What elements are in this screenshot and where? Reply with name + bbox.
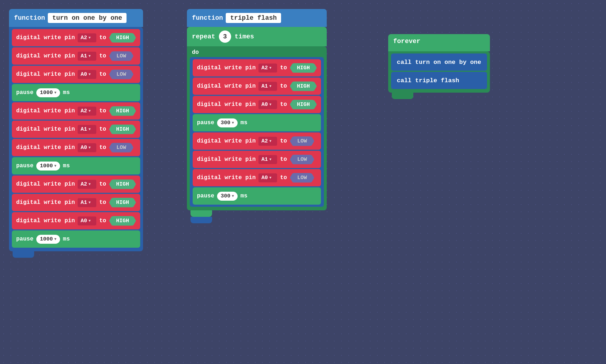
pause-tf-val-1[interactable]: 300 ▼	[217, 118, 238, 127]
call-block-2[interactable]: call triple flash	[391, 72, 487, 89]
call-block-1[interactable]: call turn on one by one	[391, 53, 487, 71]
repeat-inner: digital write pin A2 ▼ to HIGH digital w…	[190, 57, 324, 207]
pause-val-1[interactable]: 1000 ▼	[36, 88, 60, 97]
pin-A2-7[interactable]: A2 ▼	[78, 180, 96, 189]
function2-header[interactable]: function triple flash	[187, 9, 327, 27]
dropdown-arrow: ▼	[54, 164, 56, 168]
val-tf-l6[interactable]: LOW	[290, 173, 314, 183]
pause-val-2[interactable]: 1000 ▼	[36, 162, 60, 171]
dw-tf-1[interactable]: digital write pin A2 ▼ to HIGH	[193, 59, 321, 76]
function1-group: function turn on one by one digital writ…	[9, 9, 143, 258]
pause-block-1[interactable]: pause 1000 ▼ ms	[12, 84, 140, 101]
val-high-8[interactable]: HIGH	[109, 198, 136, 207]
val-high-9[interactable]: HIGH	[109, 216, 136, 226]
pin-A0-6[interactable]: A0 ▼	[78, 143, 96, 152]
dw-label-5: digital write pin	[16, 126, 75, 132]
pin-A2-4[interactable]: A2 ▼	[78, 107, 96, 116]
forever-header[interactable]: forever	[388, 34, 490, 51]
pause-tf-1[interactable]: pause 300 ▼ ms	[193, 114, 321, 131]
pin-tf-A2-1[interactable]: A2 ▼	[258, 64, 277, 73]
pin-tf-A1-5[interactable]: A1 ▼	[258, 155, 277, 164]
dw-tf-6[interactable]: digital write pin A0 ▼ to LOW	[193, 169, 321, 186]
val-low-6[interactable]: LOW	[109, 143, 133, 153]
function2-keyword: function	[192, 14, 223, 22]
repeat-block: repeat 3 times do digital write pin A2 ▼…	[187, 27, 327, 217]
val-tf-l5[interactable]: LOW	[290, 155, 314, 164]
val-high-4[interactable]: HIGH	[109, 106, 136, 116]
dw-tf-3[interactable]: digital write pin A0 ▼ to HIGH	[193, 96, 321, 113]
val-tf-h3[interactable]: HIGH	[290, 100, 317, 109]
to-7: to	[99, 181, 106, 187]
dropdown-arrow: ▼	[88, 146, 91, 150]
dropdown-arrow: ▼	[88, 73, 91, 76]
function2-name[interactable]: triple flash	[226, 13, 281, 23]
to-5: to	[99, 126, 106, 132]
pause-label-2: pause	[16, 163, 33, 169]
dw-tf-2[interactable]: digital write pin A1 ▼ to HIGH	[193, 78, 321, 95]
function1-header[interactable]: function turn on one by one	[9, 9, 143, 27]
dw-label-1: digital write pin	[16, 34, 75, 41]
dw-row-1[interactable]: digital write pin A2 ▼ to HIGH	[12, 29, 140, 46]
repeat-do: do digital write pin A2 ▼ to HIGH digita…	[187, 46, 327, 210]
pin-A1-5[interactable]: A1 ▼	[78, 125, 96, 134]
val-high-5[interactable]: HIGH	[109, 125, 136, 134]
pin-A0-3[interactable]: A0 ▼	[78, 70, 96, 79]
function1-body: digital write pin A2 ▼ to HIGH digital w…	[9, 27, 143, 251]
call2-label: call triple flash	[397, 77, 459, 84]
dw-row-2[interactable]: digital write pin A1 ▼ to LOW	[12, 47, 140, 65]
pin-tf-A2-4[interactable]: A2 ▼	[258, 137, 277, 146]
forever-group: forever call turn on one by one call tri…	[388, 34, 490, 99]
dw-row-9[interactable]: digital write pin A0 ▼ to HIGH	[12, 212, 140, 229]
val-tf-h1[interactable]: HIGH	[290, 63, 317, 73]
dropdown-arrow: ▼	[54, 237, 56, 241]
pause-label-1: pause	[16, 89, 33, 96]
val-low-3[interactable]: LOW	[109, 70, 133, 79]
val-tf-h2[interactable]: HIGH	[290, 81, 317, 91]
ms-label-1: ms	[63, 89, 70, 96]
val-low-2[interactable]: LOW	[109, 51, 133, 61]
pause-label-3: pause	[16, 236, 33, 242]
dw-row-3[interactable]: digital write pin A0 ▼ to LOW	[12, 66, 140, 83]
val-high-7[interactable]: HIGH	[109, 179, 136, 189]
dropdown-arrow: ▼	[88, 219, 91, 223]
dw-label-2: digital write pin	[16, 53, 75, 59]
dropdown-arrow: ▼	[54, 91, 56, 95]
dw-row-6[interactable]: digital write pin A0 ▼ to LOW	[12, 139, 140, 156]
dw-row-8[interactable]: digital write pin A1 ▼ to HIGH	[12, 194, 140, 211]
pause-tf-val-2[interactable]: 300 ▼	[217, 192, 238, 201]
val-tf-l4[interactable]: LOW	[290, 136, 314, 146]
pin-A0-9[interactable]: A0 ▼	[78, 216, 96, 225]
ms-label-2: ms	[63, 163, 70, 169]
function1-name[interactable]: turn on one by one	[48, 13, 126, 23]
repeat-footer	[190, 210, 212, 217]
val-high-1[interactable]: HIGH	[109, 33, 136, 43]
pause-block-2[interactable]: pause 1000 ▼ ms	[12, 157, 140, 174]
repeat-header[interactable]: repeat 3 times	[187, 27, 327, 46]
to-3: to	[99, 71, 106, 78]
dw-tf-4[interactable]: digital write pin A2 ▼ to LOW	[193, 132, 321, 150]
pause-val-3[interactable]: 1000 ▼	[36, 235, 60, 244]
to-6: to	[99, 144, 106, 151]
dw-tf-5[interactable]: digital write pin A1 ▼ to LOW	[193, 151, 321, 168]
dw-label-3: digital write pin	[16, 71, 75, 78]
dw-row-5[interactable]: digital write pin A1 ▼ to HIGH	[12, 121, 140, 138]
forever-footer	[392, 93, 413, 99]
dw-row-4[interactable]: digital write pin A2 ▼ to HIGH	[12, 102, 140, 120]
pin-tf-A0-6[interactable]: A0 ▼	[258, 173, 277, 182]
repeat-num[interactable]: 3	[219, 31, 231, 43]
pin-A1-2[interactable]: A1 ▼	[78, 52, 96, 61]
pin-A2-1[interactable]: A2 ▼	[78, 33, 96, 42]
dropdown-arrow: ▼	[88, 182, 91, 186]
dw-label-9: digital write pin	[16, 218, 75, 224]
pin-tf-A1-2[interactable]: A1 ▼	[258, 82, 277, 91]
workspace: function turn on one by one digital writ…	[0, 0, 606, 364]
dw-label-4: digital write pin	[16, 108, 75, 114]
pause-block-3[interactable]: pause 1000 ▼ ms	[12, 230, 140, 248]
to-4: to	[99, 108, 106, 114]
function1-footer	[13, 251, 34, 258]
to-2: to	[99, 53, 106, 59]
pin-tf-A0-3[interactable]: A0 ▼	[258, 100, 277, 109]
dw-row-7[interactable]: digital write pin A2 ▼ to HIGH	[12, 176, 140, 193]
pause-tf-2[interactable]: pause 300 ▼ ms	[193, 187, 321, 205]
pin-A1-8[interactable]: A1 ▼	[78, 198, 96, 207]
